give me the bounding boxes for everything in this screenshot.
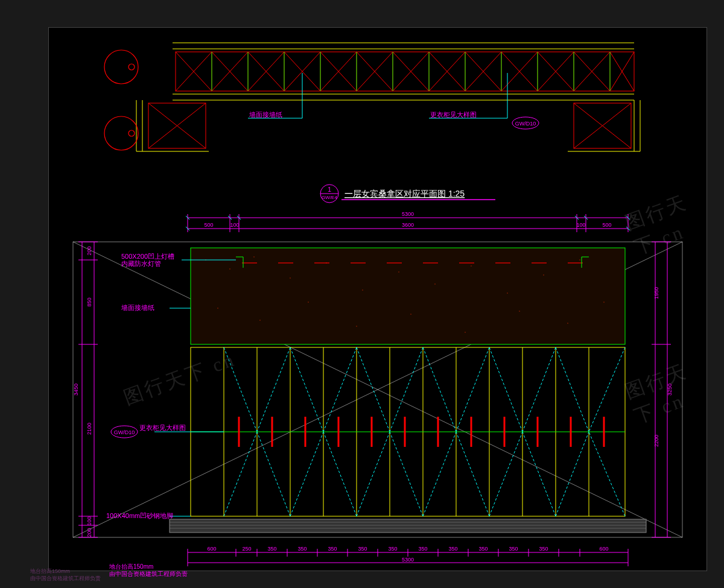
svg-text:3450: 3450: [73, 384, 79, 396]
svg-text:2100: 2100: [86, 423, 92, 435]
svg-line-174: [589, 347, 625, 432]
svg-line-172: [556, 347, 589, 432]
svg-text:5300: 5300: [402, 211, 414, 217]
svg-point-116: [471, 265, 472, 267]
svg-text:600: 600: [599, 546, 608, 552]
svg-text:100: 100: [86, 516, 92, 525]
svg-point-115: [434, 283, 436, 285]
svg-text:850: 850: [86, 297, 92, 306]
svg-text:350: 350: [358, 546, 367, 552]
svg-line-175: [589, 432, 625, 516]
svg-text:100: 100: [230, 222, 239, 228]
svg-text:500: 500: [204, 222, 213, 228]
svg-text:600: 600: [207, 546, 216, 552]
svg-point-114: [398, 271, 399, 273]
svg-line-170: [522, 347, 556, 432]
title-bubble: 1 GW/E4: [320, 185, 338, 203]
svg-text:250: 250: [242, 546, 251, 552]
svg-text:350: 350: [388, 546, 397, 552]
svg-rect-107: [191, 248, 625, 344]
plan-wallpaper-label: 墙面接墙纸: [249, 111, 282, 118]
svg-point-121: [259, 320, 261, 321]
svg-point-113: [362, 289, 363, 291]
svg-text:地台抬高150mm由中国合资格建筑工程师负责: 地台抬高150mm由中国合资格建筑工程师负责: [30, 568, 101, 581]
svg-line-173: [556, 432, 589, 516]
svg-point-67: [104, 50, 138, 84]
svg-line-165: [423, 432, 456, 516]
svg-text:350: 350: [509, 546, 518, 552]
wallpaper-label: 墙面接墙纸: [121, 304, 154, 311]
svg-point-69: [129, 64, 135, 70]
svg-point-127: [567, 323, 568, 324]
svg-point-123: [356, 326, 357, 327]
svg-text:3250: 3250: [667, 384, 673, 396]
svg-point-68: [104, 116, 138, 150]
drawing-title: 一层女宾桑拿区对应平面图 1:25: [345, 189, 465, 198]
svg-text:2200: 2200: [653, 435, 659, 447]
svg-point-70: [129, 130, 135, 136]
svg-rect-10: [176, 52, 634, 91]
elev-locker-tag: GW/D10: [111, 426, 138, 438]
svg-point-110: [253, 256, 255, 258]
svg-point-111: [290, 277, 291, 279]
svg-line-154: [257, 347, 290, 432]
svg-text:350: 350: [539, 546, 548, 552]
svg-text:3600: 3600: [402, 222, 414, 228]
svg-line-153: [224, 432, 257, 516]
plan-locker-tag: GW/D10: [512, 117, 539, 129]
svg-text:GW/D10: GW/D10: [515, 121, 536, 127]
svg-point-126: [519, 311, 520, 312]
svg-line-163: [390, 432, 423, 516]
svg-line-156: [290, 347, 323, 432]
drawing-frame: 图行天下 cn 图行天下 cn 图行天下 cn: [48, 27, 707, 571]
light-trough-label: 500X200凹上灯槽内藏防水灯管: [121, 253, 174, 267]
svg-line-161: [357, 432, 390, 516]
svg-text:GW/E4: GW/E4: [322, 195, 337, 200]
svg-text:200: 200: [86, 246, 92, 255]
svg-text:350: 350: [448, 546, 457, 552]
svg-line-169: [489, 432, 522, 516]
svg-text:350: 350: [478, 546, 487, 552]
svg-rect-189: [170, 519, 646, 533]
svg-text:350: 350: [418, 546, 427, 552]
svg-line-162: [390, 347, 423, 432]
svg-point-117: [507, 292, 508, 294]
svg-text:350: 350: [267, 546, 276, 552]
svg-line-157: [290, 432, 323, 516]
svg-point-109: [229, 268, 230, 270]
svg-text:1950: 1950: [653, 287, 659, 299]
svg-line-166: [456, 347, 489, 432]
svg-text:1: 1: [328, 186, 331, 193]
svg-text:200: 200: [86, 528, 92, 537]
svg-line-159: [323, 432, 357, 516]
svg-text:350: 350: [297, 546, 306, 552]
svg-line-158: [323, 347, 357, 432]
svg-text:GW/D10: GW/D10: [114, 429, 135, 435]
svg-line-164: [423, 347, 456, 432]
svg-text:500: 500: [602, 222, 611, 228]
svg-line-167: [456, 432, 489, 516]
elevation-view: 500X200凹上灯槽内藏防水灯管 墙面接墙纸 GW/D10 更衣柜见大样图 1…: [49, 236, 707, 561]
svg-line-155: [257, 432, 290, 516]
skirting-label: 100X40mm凹砂钢地脚: [106, 512, 173, 519]
plan-view: 墙面接墙纸 更衣柜见大样图 GW/D10: [49, 28, 707, 185]
cad-canvas: 图行天下 cn 图行天下 cn 图行天下 cn: [0, 0, 724, 588]
svg-line-152: [224, 347, 257, 432]
svg-point-120: [217, 308, 218, 309]
svg-point-124: [410, 314, 411, 315]
title-row: 1 GW/E4 一层女宾桑拿区对应平面图 1:25: [49, 182, 707, 206]
svg-line-160: [357, 347, 390, 432]
svg-line-168: [489, 347, 522, 432]
svg-point-118: [543, 274, 544, 276]
svg-point-125: [465, 332, 466, 333]
svg-text:350: 350: [328, 546, 337, 552]
svg-point-122: [308, 302, 309, 303]
svg-text:5300: 5300: [402, 557, 414, 563]
svg-point-128: [603, 302, 605, 303]
ghost-footer: 地台抬高150mm由中国合资格建筑工程师负责: [24, 564, 235, 588]
plan-locker-label: 更衣柜见大样图: [430, 111, 477, 118]
svg-line-171: [522, 432, 556, 516]
svg-text:100: 100: [576, 222, 585, 228]
svg-point-119: [579, 259, 580, 261]
elev-locker-label: 更衣柜见大样图: [139, 424, 186, 431]
